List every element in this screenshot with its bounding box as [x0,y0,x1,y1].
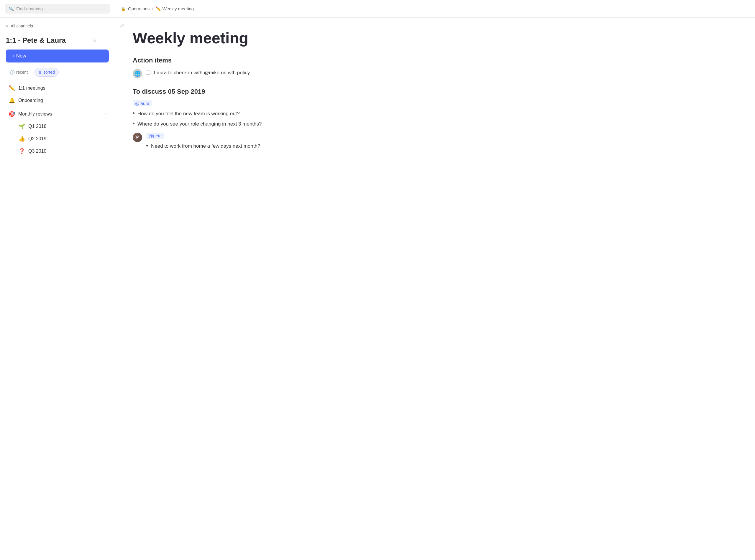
breadcrumb-separator: / [152,6,153,11]
hamburger-icon: ≡ [6,24,8,28]
laura-bullet-2: Where do you see your role changing in n… [137,120,262,128]
monthly-reviews-emoji: 🎯 [8,111,15,117]
search-placeholder: Find anything [16,6,43,11]
laura-mention[interactable]: @laura [133,100,152,106]
pete-bullet-1: Need to work from home a few days next m… [151,142,260,150]
all-channels[interactable]: ≡ All channels [0,24,115,33]
breadcrumb-workspace[interactable]: Operations [128,6,150,11]
sidebar: ≡ All channels 1:1 - Pete & Laura ☆ ⋮ + … [0,18,115,560]
pete-content: @pete Need to work from home a few days … [146,133,737,155]
main-content: ⤢ Weekly meeting Action items 🌐 Laura to… [115,18,755,560]
action-items-heading: Action items [133,57,737,64]
laura-section: @laura How do you feel the new team is w… [133,100,737,128]
channel-header: 1:1 - Pete & Laura ☆ ⋮ [0,33,115,49]
globe-icon: 🌐 [134,71,141,77]
pete-bullet-list: Need to work from home a few days next m… [146,142,737,150]
laura-bullet-list: How do you feel the new team is working … [133,110,737,128]
filter-recent-button[interactable]: 🕐 recent [6,68,32,77]
main-layout: ≡ All channels 1:1 - Pete & Laura ☆ ⋮ + … [0,18,755,560]
avatar-pete: P [133,133,142,142]
action-item-checkbox[interactable] [146,70,150,75]
laura-bullet-1: How do you feel the new team is working … [137,110,240,118]
pete-mention[interactable]: @pete [146,133,164,139]
breadcrumb-page: ✏️ Weekly meeting [156,6,194,12]
onboarding-label: Onboarding [18,98,107,103]
filter-sorted-button[interactable]: ⇅ sorted [35,68,59,77]
all-channels-label: All channels [11,24,33,28]
q3-2010-label: Q3 2010 [28,148,107,154]
sidebar-item-q1-2018[interactable]: 🌱 Q1 2018 [2,120,112,133]
list-item: Where do you see your role changing in n… [133,120,737,128]
filter-sorted-label: sorted [43,70,55,75]
monthly-reviews-header[interactable]: 🎯 Monthly reviews › [2,108,112,120]
q2-2019-emoji: 👍 [18,136,25,142]
onboarding-emoji: 🔔 [8,97,15,104]
star-button[interactable]: ☆ [91,36,98,45]
filter-recent-label: recent [16,70,28,75]
action-item-row: 🌐 Laura to check in with @mike on wfh po… [133,69,737,78]
search-section: 🔍 Find anything [0,0,115,17]
filter-row: 🕐 recent ⇅ sorted [0,68,115,82]
monthly-reviews-label: Monthly reviews [18,112,102,117]
q1-2018-label: Q1 2018 [28,124,107,129]
bullet-dot-icon [133,112,135,114]
discuss-section: To discuss 05 Sep 2019 @laura How do you… [133,88,737,155]
sidebar-item-q3-2010[interactable]: ❓ Q3 2010 [2,145,112,157]
top-bar: 🔍 Find anything 🔒 Operations / ✏️ Weekly… [0,0,755,18]
sorted-icon: ⇅ [38,70,42,75]
new-button[interactable]: + New [6,49,109,62]
q1-2018-emoji: 🌱 [18,123,25,130]
list-item: Need to work from home a few days next m… [146,142,737,150]
bullet-dot-icon [133,123,135,124]
channel-title: 1:1 - Pete & Laura [6,36,66,44]
meetings-label: 1:1 meetings [18,85,107,91]
more-button[interactable]: ⋮ [101,36,109,45]
pete-section: P @pete Need to work from home a few day… [133,133,737,155]
sidebar-item-meetings[interactable]: ✏️ 1:1 meetings [2,82,112,94]
lock-icon: 🔒 [121,6,125,11]
q2-2019-label: Q2 2019 [28,136,107,141]
search-icon: 🔍 [9,6,14,11]
avatar-globe: 🌐 [133,69,142,78]
expand-button[interactable]: ⤢ [120,22,124,29]
bullet-dot-icon [146,145,148,146]
sidebar-item-onboarding[interactable]: 🔔 Onboarding [2,94,112,107]
sidebar-item-q2-2019[interactable]: 👍 Q2 2019 [2,133,112,145]
discuss-heading: To discuss 05 Sep 2019 [133,88,737,96]
document-title: Weekly meeting [133,29,737,47]
meetings-emoji: ✏️ [8,85,15,92]
q3-2010-emoji: ❓ [18,148,25,155]
breadcrumb: 🔒 Operations / ✏️ Weekly meeting [115,6,200,12]
recent-clock-icon: 🕐 [10,70,15,75]
sidebar-group-monthly-reviews: 🎯 Monthly reviews › 🌱 Q1 2018 👍 Q2 2019 … [0,108,115,157]
list-item: How do you feel the new team is working … [133,110,737,118]
action-item-text: Laura to check in with @mike on wfh poli… [154,69,250,77]
chevron-down-icon: › [105,112,107,116]
channel-actions: ☆ ⋮ [91,36,109,45]
search-box[interactable]: 🔍 Find anything [5,4,110,14]
